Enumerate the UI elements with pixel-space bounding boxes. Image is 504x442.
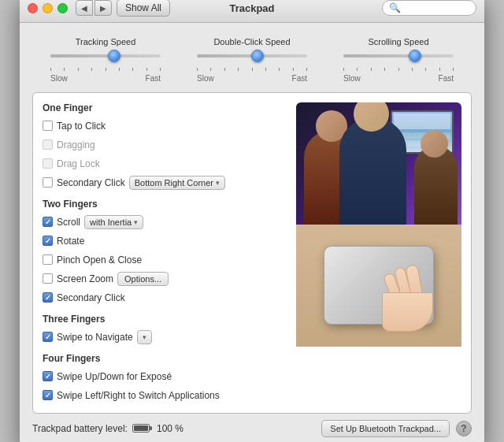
scrolling-speed-group: Scrolling Speed — [343, 37, 454, 83]
tracking-fast-label: Fast — [146, 74, 161, 83]
scroll-label: Scroll — [57, 217, 80, 228]
one-finger-header: One Finger — [43, 102, 287, 113]
search-box[interactable]: 🔍 — [382, 0, 476, 16]
sliders-row: Tracking Speed — [32, 31, 472, 92]
battery-icon — [132, 424, 152, 433]
tracking-speed-rail — [50, 54, 161, 58]
tick — [357, 68, 358, 71]
swipe-navigate-dropdown[interactable] — [137, 330, 152, 344]
double-click-slow-label: Slow — [197, 74, 214, 83]
bottom-right: Set Up Bluetooth Trackpad... ? — [321, 420, 472, 437]
person2 — [339, 118, 406, 225]
scroll-checkbox[interactable] — [43, 217, 53, 227]
swipe-expose-checkbox[interactable] — [43, 371, 53, 381]
back-button[interactable]: ◀ — [76, 0, 93, 16]
search-input[interactable] — [404, 3, 475, 13]
tick — [224, 68, 225, 71]
pinch-row: Pinch Open & Close — [43, 252, 287, 268]
battery-tip — [150, 426, 152, 430]
scroll-dropdown[interactable]: with Inertia — [84, 215, 143, 229]
image-panel — [296, 102, 461, 403]
rotate-row: Rotate — [43, 233, 287, 249]
secondary-click-two-checkbox[interactable] — [43, 292, 53, 303]
tick — [106, 68, 106, 71]
tick — [453, 68, 454, 71]
tracking-speed-slider[interactable] — [50, 50, 161, 62]
rotate-checkbox[interactable] — [43, 236, 53, 246]
dragging-checkbox[interactable] — [43, 139, 53, 150]
swipe-navigate-checkbox[interactable] — [43, 332, 53, 342]
swipe-navigate-label: Swipe to Navigate — [57, 332, 133, 343]
tick — [119, 68, 120, 71]
two-fingers-header: Two Fingers — [43, 199, 287, 210]
tick — [197, 68, 198, 71]
bluetooth-trackpad-button[interactable]: Set Up Bluetooth Trackpad... — [321, 420, 450, 437]
tracking-speed-label: Tracking Speed — [76, 37, 136, 46]
show-all-button[interactable]: Show All — [117, 0, 170, 17]
tick — [146, 68, 147, 71]
secondary-click-checkbox[interactable] — [43, 177, 53, 188]
tick — [50, 68, 51, 71]
tap-to-click-row: Tap to Click — [43, 118, 287, 134]
double-click-speed-slider[interactable] — [197, 50, 307, 62]
three-fingers-header: Three Fingers — [43, 314, 287, 325]
help-button[interactable]: ? — [456, 421, 472, 436]
tick — [78, 68, 79, 71]
double-click-speed-label: Double-Click Speed — [213, 37, 290, 46]
secondary-click-label: Secondary Click — [57, 177, 125, 188]
nav-buttons: ◀ ▶ — [76, 0, 112, 16]
photo-top — [296, 102, 461, 225]
tick — [279, 68, 280, 71]
scrolling-speed-label: Scrolling Speed — [368, 37, 428, 46]
screen-zoom-row: Screen Zoom Options... — [43, 271, 287, 287]
double-click-speed-thumb[interactable] — [251, 50, 264, 62]
tracking-slow-label: Slow — [50, 74, 68, 83]
hand-illustration — [374, 261, 437, 332]
swipe-expose-row: Swipe Up/Down for Exposé — [43, 369, 287, 384]
tracking-speed-end-labels: Slow Fast — [50, 74, 161, 83]
forward-button[interactable]: ▶ — [94, 0, 112, 16]
tick — [439, 68, 440, 71]
secondary-click-dropdown[interactable]: Bottom Right Corner — [129, 176, 225, 190]
content-area: Tracking Speed — [20, 23, 484, 443]
search-icon: 🔍 — [389, 2, 401, 13]
tracking-speed-group: Tracking Speed — [50, 37, 161, 83]
tick — [91, 68, 92, 71]
tick — [306, 68, 307, 71]
swipe-switch-checkbox[interactable] — [43, 390, 53, 400]
screen-zoom-checkbox[interactable] — [43, 273, 53, 284]
tracking-speed-ticks — [50, 66, 161, 71]
battery-label: Trackpad battery level: — [32, 423, 128, 434]
close-button[interactable] — [28, 3, 38, 13]
tap-to-click-checkbox[interactable] — [43, 121, 53, 131]
tick — [132, 68, 133, 71]
tick — [343, 68, 344, 71]
secondary-click-row: Secondary Click Bottom Right Corner — [43, 175, 287, 191]
palm — [382, 292, 433, 332]
scrolling-speed-slider[interactable] — [343, 50, 454, 62]
maximize-button[interactable] — [57, 3, 68, 13]
minimize-button[interactable] — [43, 3, 53, 13]
battery-level: 100 % — [157, 423, 183, 434]
double-click-speed-rail — [197, 54, 307, 58]
four-fingers-header: Four Fingers — [43, 353, 287, 364]
double-click-speed-group: Double-Click Speed — [197, 37, 307, 83]
screen-zoom-label: Screen Zoom — [57, 273, 113, 284]
bottom-bar: Trackpad battery level: 100 % Set Up Blu… — [32, 414, 472, 440]
tick — [252, 68, 253, 71]
drag-lock-row: Drag Lock — [43, 156, 287, 172]
pinch-checkbox[interactable] — [43, 254, 53, 265]
screen-zoom-options-button[interactable]: Options... — [117, 272, 169, 286]
battery-body — [132, 424, 150, 433]
tracking-speed-thumb[interactable] — [108, 50, 120, 62]
window-title: Trackpad — [229, 2, 274, 14]
titlebar: ◀ ▶ Show All Trackpad 🔍 — [20, 0, 484, 23]
scrolling-speed-thumb[interactable] — [409, 50, 421, 62]
tap-to-click-label: Tap to Click — [57, 121, 106, 132]
drag-lock-checkbox[interactable] — [43, 158, 53, 169]
scrolling-slow-label: Slow — [343, 74, 361, 83]
trackpad-window: ◀ ▶ Show All Trackpad 🔍 Tracking Speed — [20, 0, 484, 442]
trackpad-illustration — [324, 246, 434, 325]
tick — [210, 68, 211, 71]
swipe-switch-row: Swipe Left/Right to Switch Applications — [43, 388, 287, 403]
